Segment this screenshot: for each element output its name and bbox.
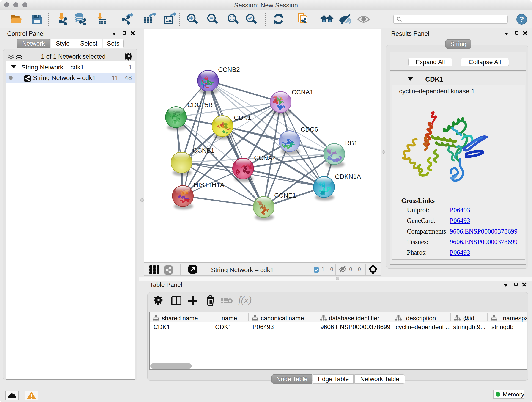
svg-text:CCNA1: CCNA1 xyxy=(292,89,313,96)
svg-text:CDC6: CDC6 xyxy=(301,126,318,133)
svg-text:CCNB2: CCNB2 xyxy=(218,66,240,73)
svg-text:CDK1: CDK1 xyxy=(234,114,251,121)
svg-text:RB1: RB1 xyxy=(345,140,357,147)
svg-text:CDKN1A: CDKN1A xyxy=(335,173,361,180)
svg-text:CDC25B: CDC25B xyxy=(187,101,213,108)
svg-text:CCNE1: CCNE1 xyxy=(274,192,296,199)
svg-text:HIST1H1A: HIST1H1A xyxy=(194,181,224,188)
svg-text:CCNA2: CCNA2 xyxy=(254,154,276,161)
svg-text:CCNB1: CCNB1 xyxy=(193,147,215,154)
